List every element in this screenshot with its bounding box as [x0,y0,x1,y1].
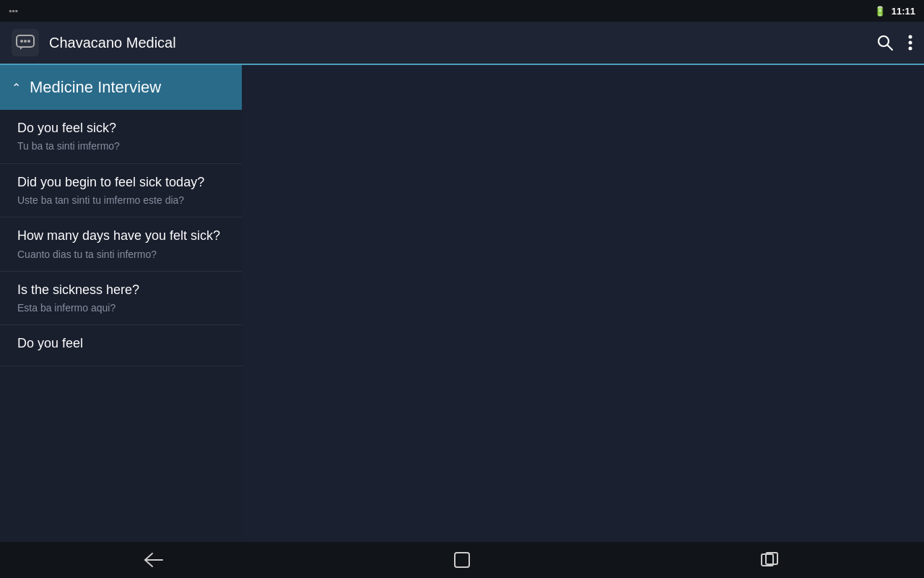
list-item-primary: Is the sickness here? [17,282,227,298]
app-bar-actions [876,34,912,51]
more-options-button[interactable] [908,34,912,51]
list-item-secondary: Tu ba ta sinti imfermo? [17,139,227,152]
list-item[interactable]: Do you feel sick? Tu ba ta sinti imfermo… [0,110,242,164]
category-expand-icon: ⌃ [12,81,21,95]
chat-bubble-icon [16,35,35,51]
list-item-secondary: Esta ba infermo aqui? [17,301,227,314]
svg-rect-11 [455,553,469,567]
home-button[interactable] [440,545,484,574]
list-item[interactable]: Is the sickness here? Esta ba infermo aq… [0,272,242,326]
list-item-primary: Did you begin to feel sick today? [17,174,227,191]
list-item-secondary: Cuanto dias tu ta sinti infermo? [17,248,227,261]
left-panel: ⌃ Medicine Interview Do you feel sick? T… [0,65,242,542]
category-header[interactable]: ⌃ Medicine Interview [0,65,242,110]
category-header-title: Medicine Interview [30,78,161,97]
list-item-secondary: Uste ba tan sinti tu imfermo este dia? [17,194,227,207]
list-item-primary: How many days have you felt sick? [17,228,227,244]
main-content: ⌃ Medicine Interview Do you feel sick? T… [0,65,924,542]
back-button[interactable] [132,545,175,574]
list-item[interactable]: Do you feel [0,325,242,366]
search-button[interactable] [876,34,894,51]
list-item[interactable]: Did you begin to feel sick today? Uste b… [0,164,242,218]
nav-bar [0,542,924,578]
svg-line-6 [888,46,893,51]
recent-apps-button[interactable] [749,545,792,574]
status-bar-right: 🔋 11:11 [874,6,915,17]
app-bar-title: Chavacano Medical [49,35,876,51]
list-item[interactable]: How many days have you felt sick? Cuanto… [0,217,242,272]
svg-marker-4 [20,47,23,50]
svg-point-3 [27,40,30,43]
list-item-primary: Do you feel [17,335,227,352]
right-panel [242,65,924,542]
battery-icon: 🔋 [874,6,886,17]
svg-point-9 [909,47,912,51]
list-item-primary: Do you feel sick? [17,120,227,137]
svg-point-1 [20,40,23,43]
app-bar: Chavacano Medical [0,22,924,65]
svg-point-2 [24,40,27,43]
status-bar-left: ▪▪▪ [9,6,18,16]
svg-point-7 [909,35,912,39]
svg-point-8 [909,41,912,45]
app-icon [12,29,39,56]
status-time: 11:11 [892,6,915,17]
status-bar: ▪▪▪ 🔋 11:11 [0,0,924,22]
notification-icon: ▪▪▪ [9,6,18,16]
